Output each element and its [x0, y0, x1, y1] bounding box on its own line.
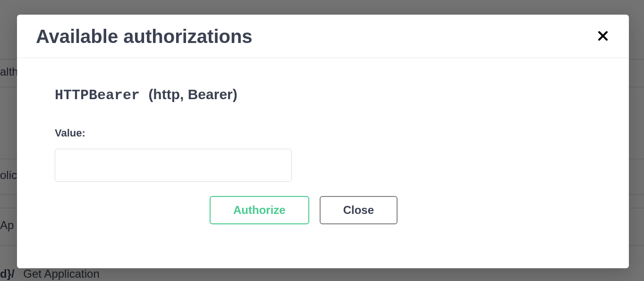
authorize-button[interactable]: Authorize [210, 196, 309, 224]
close-icon[interactable] [596, 28, 610, 45]
modal-title: Available authorizations [36, 26, 253, 47]
auth-scheme-type: (http, Bearer) [148, 86, 237, 102]
auth-scheme-header: HTTPBearer (http, Bearer) [55, 86, 591, 103]
value-label: Value: [55, 127, 591, 139]
modal-header: Available authorizations [17, 15, 629, 58]
modal-body: HTTPBearer (http, Bearer) Value: Authori… [17, 58, 629, 243]
close-button[interactable]: Close [320, 196, 398, 224]
bearer-token-input[interactable] [55, 149, 292, 182]
auth-scheme-name: HTTPBearer [55, 87, 140, 103]
button-row: Authorize Close [210, 196, 591, 224]
authorization-modal: Available authorizations HTTPBearer (htt… [17, 15, 629, 268]
